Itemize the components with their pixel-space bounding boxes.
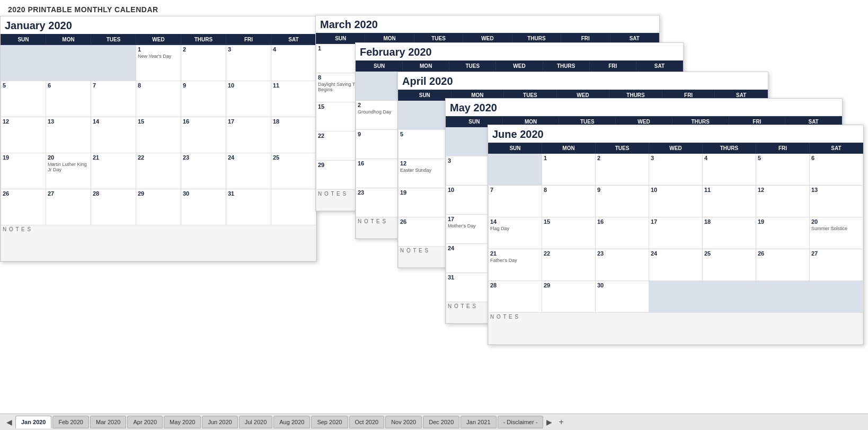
table-cell: 28 [489,281,542,313]
tab-oct-2020[interactable]: Oct 2020 [349,416,385,428]
col-mon: MON [403,61,449,72]
january-title: January 2020 [1,16,316,34]
col-mon: MON [46,34,91,45]
table-cell: 7 [91,81,136,117]
col-fri: FRI [756,143,810,154]
table-cell: 6 [810,154,863,186]
table-cell: 13 [46,117,91,153]
table-cell: 21 [91,153,136,189]
col-sat: SAT [636,61,683,72]
tab-may-2020[interactable]: May 2020 [164,416,201,428]
table-cell: 12Easter Sunday [398,159,451,188]
col-mon: MON [542,143,596,154]
table-cell: 31 [226,189,271,225]
table-cell: 26 [398,217,451,247]
calendar-june: June 2020 SUN MON TUES WED THURS FRI SAT… [488,125,864,345]
table-cell: 13 [810,186,863,217]
table-cell: 8 [542,186,596,217]
table-cell [91,45,136,81]
col-tues: TUES [91,34,136,45]
table-cell [271,189,316,225]
table-row: N O T E S [489,313,863,345]
table-cell: 27 [810,249,863,281]
tab-add-button[interactable]: + [555,416,566,428]
table-cell: 10 [226,81,271,117]
table-row: 1New Year's Day 2 3 4 [1,45,316,81]
table-cell: 29 [136,189,181,225]
tab-scroll-right[interactable]: ▶ [544,417,554,427]
main-container: 2020 PRINTABLE MONTHLY CALENDAR January … [0,0,868,414]
table-row: 7 8 9 10 11 12 13 [489,186,863,217]
tab-aug-2020[interactable]: Aug 2020 [273,416,310,428]
table-cell: 30 [596,281,649,313]
table-cell: 6 [46,81,91,117]
col-sun: SUN [398,90,451,101]
table-cell: 9 [356,130,403,159]
table-cell: 9 [181,81,226,117]
table-cell: 16 [181,117,226,153]
table-cell: 30 [181,189,226,225]
table-cell: 19 [1,153,46,189]
tab-jul-2020[interactable]: Jul 2020 [239,416,273,428]
table-cell [46,45,91,81]
table-cell [489,154,542,186]
table-cell: 4 [271,45,316,81]
col-thurs: THURS [703,143,756,154]
table-cell: 10 [649,186,703,217]
january-table: SUN MON TUES WED THURS FRI SAT 1New Year… [1,34,316,261]
table-cell: 14 [91,117,136,153]
tab-disclaimer[interactable]: - Disclaimer - [498,416,544,428]
table-row: 14Flag Day 15 16 17 18 19 20Summer Solst… [489,217,863,249]
tab-jun-2020[interactable]: Jun 2020 [202,416,237,428]
table-cell: 25 [703,249,756,281]
calendar-january: January 2020 SUN MON TUES WED THURS FRI … [0,16,317,262]
february-title: February 2020 [356,43,683,60]
tab-feb-2020[interactable]: Feb 2020 [52,416,88,428]
tab-jan-2020[interactable]: Jan 2020 [15,416,51,428]
table-cell: 7 [489,186,542,217]
table-cell: 25 [271,153,316,189]
april-title: April 2020 [398,72,768,90]
tab-dec-2020[interactable]: Dec 2020 [423,416,459,428]
table-row: 19 20Martin Luther King Jr Day 21 22 23 … [1,153,316,189]
tab-jan-2021[interactable]: Jan 2021 [460,416,496,428]
table-cell: 8 [136,81,181,117]
table-cell: 23 [596,249,649,281]
tab-sep-2020[interactable]: Sep 2020 [311,416,348,428]
table-cell: 19 [398,188,451,217]
col-sun: SUN [356,61,403,72]
tab-mar-2020[interactable]: Mar 2020 [90,416,126,428]
table-row: 5 6 7 8 9 10 11 [1,81,316,117]
col-sat: SAT [810,143,863,154]
june-title: June 2020 [488,125,863,143]
tab-nov-2020[interactable]: Nov 2020 [385,416,422,428]
table-cell: 19 [756,217,810,249]
tab-bar: ◀ Jan 2020 Feb 2020 Mar 2020 Apr 2020 Ma… [0,414,868,430]
march-title: March 2020 [316,15,659,33]
table-row: 1 2 3 4 5 6 [489,154,863,186]
table-cell [356,72,403,101]
col-wed: WED [649,143,703,154]
table-cell: 15 [542,217,596,249]
notes-cell: N O T E S [1,225,316,261]
col-sun: SUN [1,34,46,45]
table-cell: 26 [1,189,46,225]
tab-scroll-left[interactable]: ◀ [4,417,14,427]
col-thurs: THURS [181,34,226,45]
table-cell: 1New Year's Day [136,45,181,81]
table-cell: 28 [91,189,136,225]
col-fri: FRI [226,34,271,45]
table-cell: 4 [703,154,756,186]
table-cell: 16 [356,159,403,188]
table-cell [810,281,863,313]
notes-cell: N O T E S [489,313,863,345]
table-cell: 2 [596,154,649,186]
table-cell: 1 [542,154,596,186]
tab-apr-2020[interactable]: Apr 2020 [127,416,163,428]
table-cell: 3 [226,45,271,81]
table-row: 12 13 14 15 16 17 18 [1,117,316,153]
table-cell: 20Martin Luther King Jr Day [46,153,91,189]
table-cell: 24 [226,153,271,189]
table-cell [649,281,703,313]
table-row: 26 27 28 29 30 31 [1,189,316,225]
